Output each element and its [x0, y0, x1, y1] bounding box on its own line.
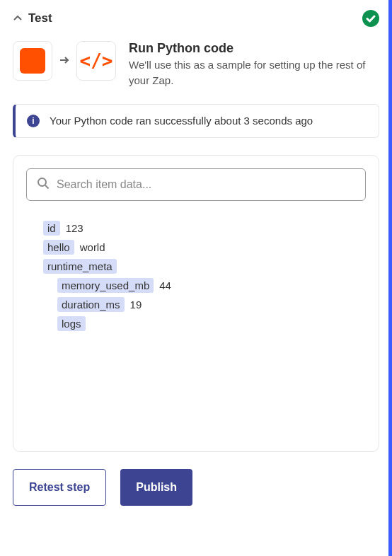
- data-row-duration: duration_ms 19: [57, 297, 366, 312]
- data-value: 19: [130, 299, 142, 311]
- data-key: memory_used_mb: [57, 278, 154, 293]
- success-check-icon: [362, 10, 379, 27]
- data-nested: memory_used_mb 44 duration_ms 19 logs: [43, 278, 366, 331]
- data-row-runtime-meta: runtime_meta: [43, 259, 366, 274]
- intro-row: </> Run Python code We'll use this as a …: [13, 41, 379, 88]
- data-key: hello: [43, 240, 74, 255]
- intro-title: Run Python code: [129, 41, 379, 56]
- app-icon-box: [13, 41, 52, 81]
- button-row: Retest step Publish: [13, 469, 379, 506]
- data-row-memory: memory_used_mb 44: [57, 278, 366, 293]
- data-key: logs: [57, 316, 86, 331]
- svg-point-1: [38, 178, 46, 186]
- data-key: id: [43, 221, 60, 236]
- data-key: duration_ms: [57, 297, 125, 312]
- intro-subtitle: We'll use this as a sample for setting u…: [129, 57, 379, 88]
- data-row-logs: logs: [57, 316, 366, 331]
- header-left[interactable]: Test: [13, 11, 52, 25]
- section-title: Test: [28, 11, 52, 25]
- code-icon-box: </>: [76, 41, 116, 81]
- chevron-up-icon: [13, 13, 23, 23]
- search-input[interactable]: [57, 178, 355, 191]
- info-icon: i: [27, 115, 40, 127]
- publish-button[interactable]: Publish: [120, 469, 192, 506]
- arrow-right-icon: [59, 54, 69, 67]
- data-tree: id 123 hello world runtime_meta memory_u…: [26, 221, 366, 331]
- data-key: runtime_meta: [43, 259, 117, 274]
- notice-text: Your Python code ran successfully about …: [50, 115, 313, 127]
- search-box[interactable]: [26, 168, 366, 201]
- search-icon: [37, 177, 50, 192]
- data-row-hello: hello world: [43, 240, 366, 255]
- data-value: 44: [159, 279, 171, 291]
- icon-group: </>: [13, 41, 116, 81]
- header-row: Test: [13, 10, 379, 27]
- retest-button[interactable]: Retest step: [13, 469, 106, 506]
- intro-text: Run Python code We'll use this as a samp…: [129, 41, 379, 88]
- svg-line-2: [45, 185, 49, 189]
- success-notice: i Your Python code ran successfully abou…: [13, 104, 379, 138]
- page-accent-border: [388, 0, 392, 556]
- data-value: world: [80, 241, 105, 253]
- data-value: 123: [66, 222, 83, 234]
- code-icon: </>: [80, 50, 113, 71]
- result-panel: id 123 hello world runtime_meta memory_u…: [13, 155, 379, 452]
- data-row-id: id 123: [43, 221, 366, 236]
- zapier-icon: [20, 48, 45, 74]
